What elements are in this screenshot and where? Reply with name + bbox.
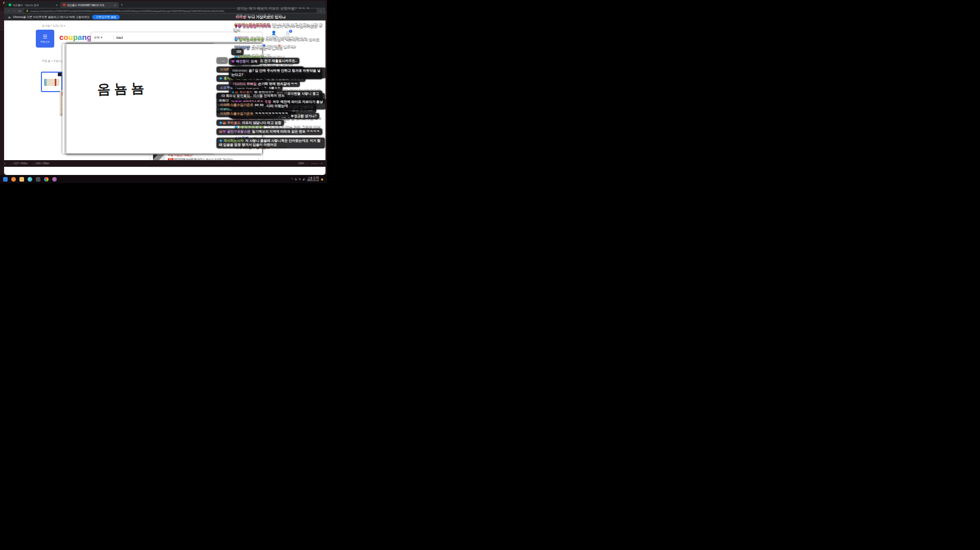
taskbar-firefox-icon[interactable] <box>11 177 16 182</box>
chat-pill: 이약락스물수집가은유so so <box>216 102 266 108</box>
forward-button[interactable]: → <box>13 9 16 12</box>
coupang-logo-letter: a <box>78 33 82 41</box>
zoom-out-button[interactable]: − <box>307 162 308 165</box>
zoom-level: 100% <box>298 162 304 165</box>
url-text: coupang.com/vp/products/7146819997?itemI… <box>30 10 224 12</box>
chat-nickname: imkorean <box>232 69 247 72</box>
chat-message: 💠홍석천의보석함거미 그림이 박스에 그려져 있어요 <box>234 37 322 42</box>
badge-icons: 💠 <box>234 38 238 41</box>
coupang-favicon <box>63 4 66 6</box>
tab-label: 레오폴드 : 네이버 검색 <box>13 4 54 7</box>
chat-pill: 이약락스물수집가은유ㅋㅋㅋㅋㅋㅋㅋㅋㅋㅋ <box>216 111 291 117</box>
start-button[interactable] <box>3 177 8 182</box>
chat-nickname: 성심당딸기케익좌 <box>243 24 271 28</box>
chat-nickname: 광진구프랑스맨 <box>227 129 251 133</box>
lock-icon: 🔒 <box>26 10 28 12</box>
reload-button[interactable]: ⟳ <box>18 9 21 13</box>
notice-text: Chrome을 기본 브라우저로 설정하고 테스크 바에 고정하세요 <box>13 15 90 19</box>
chat-text: so so <box>255 103 264 106</box>
chat-text: 누나 가상키보드 있자나 <box>248 15 286 19</box>
coupang-logo[interactable]: coupang <box>59 33 92 41</box>
naver-favicon <box>9 4 11 6</box>
chat-text: 표지는 제가 해뵤지 키보드 샀었어벌? ㅋㅋ ㅋ <box>237 7 310 10</box>
coupang-logo-letter: u <box>69 33 73 41</box>
back-button[interactable]: ← <box>7 9 10 12</box>
coupang-logo-letter: n <box>82 33 86 41</box>
taskbar: ^한A🔊오후 11:552023-11-12🔔 <box>0 175 326 183</box>
badge-icons: 🍩💜 <box>219 130 226 133</box>
coupang-top-links[interactable]: 즐겨찾기 입점신청 ▾ <box>42 24 65 27</box>
badge-icons: 💠 <box>219 139 223 142</box>
coupang-logo-letter: o <box>63 33 68 41</box>
thumbnail-keyboard-image <box>44 79 59 86</box>
chat-pill: 기다리다 목빠짐손가락 위에 렌즈같네 ㅋㅋ <box>229 81 300 87</box>
chat-text: 거미 그림이 박스에 그려져 있어요 <box>266 37 320 41</box>
set-default-button[interactable]: 기본값으로 설정 <box>92 15 120 19</box>
tab-close-icon[interactable]: ✕ <box>56 4 58 7</box>
search-category-select[interactable]: 전체 ▾ <box>91 35 114 40</box>
chat-nickname: 이약락스물수집가은유 <box>220 103 253 106</box>
chat-pill: 💠채식하는사자저 사랑니 뽑을때 사랑니쪽은 안아팠는데요 저거 할때 입술을 … <box>216 138 325 148</box>
zoom-in-button[interactable]: + <box>321 162 322 165</box>
canvas-size: ⬚ 1192 × 565px <box>33 162 50 165</box>
handwritten-text: 옴뇸뇸 <box>97 79 148 98</box>
hamburger-icon: ☰ <box>43 34 48 39</box>
taskbar-paint-icon[interactable] <box>52 177 57 182</box>
taskbar-capture-icon[interactable] <box>36 177 40 182</box>
search-input[interactable]: dact <box>114 36 252 39</box>
chat-overlay: 다 회피성 발언들임.. 의사들 전매특허 멘트 이약락스물수집가은유so so… <box>216 93 325 148</box>
chat-text: ㅋㅋㅋㅋㅋㅋㅋㅋㅋㅋ <box>255 112 288 115</box>
paint-statusbar: ▷⬚ 1127 × 826px⬚ 1192 × 565px 100%−──○──… <box>0 160 326 167</box>
chat-pill: 💜째깐둥이으윽 <box>229 58 260 65</box>
chat-nickname: 무비월드 <box>227 121 241 124</box>
chat-pill: 다 회피성 발언들임.. 의사들 전매특허 멘트 <box>216 93 287 99</box>
chat-text: ⌨ <box>236 50 241 53</box>
chat-text: 손가락 위에 렌즈같네 ㅋㅋ <box>258 82 297 85</box>
chat-text: 일기예보의 지역에 따라와 같은 멘트 ㅋㅋㅋㅋ <box>252 129 320 133</box>
badge-icons: 💜 <box>231 60 235 63</box>
chat-text: 으윽 <box>251 59 257 63</box>
thumbnail-corner-badge <box>58 73 61 76</box>
coupang-logo-letter: p <box>73 33 78 41</box>
product-thumbnail[interactable] <box>41 72 62 92</box>
chat-nickname: 째깐둥이 <box>236 59 249 63</box>
chat-pill: … <box>216 57 228 64</box>
chat-text: … <box>222 58 225 62</box>
taskbar-edge-icon[interactable] <box>28 177 32 182</box>
chat-nickname: 차아령 <box>235 15 246 19</box>
cursor-position: ⬚ 1127 × 826px <box>11 162 28 165</box>
tab-naver-search[interactable]: 레오폴드 : 네이버 검색 ✕ <box>6 2 60 8</box>
taskbar-explorer-icon[interactable] <box>19 177 24 182</box>
chat-text: 다 회피성 발언들임.. 의사들 전매특허 멘트 <box>222 94 285 97</box>
chat-text: 아프지 않답니다 라고 말함 <box>242 121 281 124</box>
chat-nickname: 채식하는사자 <box>224 139 244 142</box>
chat-pill: imkorean음? 입 안에 주사마취 안하고 링거로 마취약을 넣는다고? <box>229 68 326 78</box>
new-tab-button[interactable]: + <box>121 2 123 8</box>
chat-pill: ⌨ <box>231 49 244 55</box>
category-menu-button[interactable]: ☰ 카테고리 <box>36 30 54 48</box>
tab-close-icon[interactable]: ✕ <box>114 4 116 7</box>
tab-coupang-product[interactable]: 레오폴드 FC900RBT MECA 적축 ✕ <box>60 2 119 8</box>
chat-pill: 🍩💜광진구프랑스맨일기예보의 지역에 따라와 같은 멘트 ㅋㅋㅋㅋ <box>216 128 322 135</box>
system-tray[interactable]: ^한A🔊오후 11:552023-11-12🔔 <box>292 177 323 182</box>
badge-icons: 💠🦊 <box>219 121 226 124</box>
chat-nickname: 이약락스물수집가은유 <box>220 112 253 115</box>
chat-message: 차아령누나 가상키보드 있자나 <box>234 15 322 20</box>
gear-icon: ⚙ <box>8 16 10 19</box>
taskbar-chrome-icon[interactable] <box>44 177 49 182</box>
tab-label: 레오폴드 FC900RBT MECA 적축 <box>67 4 113 7</box>
chat-pill: 💠🦊무비월드아프지 않답니다 라고 말함 <box>216 120 284 126</box>
chat-nickname: 기다리다 목빠짐 <box>232 82 256 85</box>
badge-icons: 💠 <box>219 77 223 80</box>
taskbar-clock[interactable]: 오후 11:552023-11-12 <box>307 177 319 182</box>
badge-icons: 🌹💜 <box>234 25 242 28</box>
chat-nickname: 홍석천의보석함 <box>239 37 264 41</box>
chat-message: 🌹💜성심당딸기케익좌로고가 독거미 그림이거든요 ㅎㅎ <box>234 24 322 33</box>
notification-bell-icon[interactable]: 🔔 <box>321 178 323 181</box>
chat-message: 표지는 제가 해뵤지 키보드 샀었어벌? ㅋㅋ ㅋ <box>234 6 322 11</box>
